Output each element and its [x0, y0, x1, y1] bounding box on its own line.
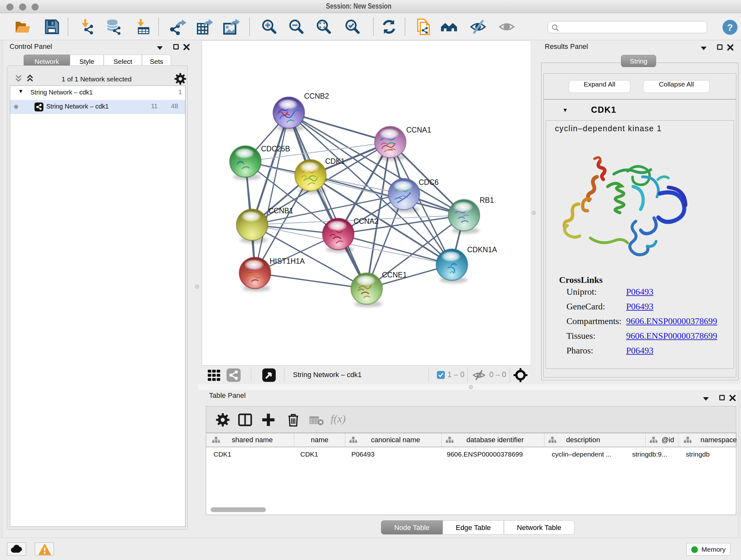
svg-text:HIST1H1A: HIST1H1A — [270, 257, 305, 265]
svg-text:RB1: RB1 — [480, 196, 494, 204]
svg-text:CCNB1: CCNB1 — [268, 206, 293, 215]
svg-text:CCNA1: CCNA1 — [406, 126, 431, 134]
svg-text:CDC25B: CDC25B — [261, 145, 290, 153]
svg-text:CDC6: CDC6 — [419, 178, 439, 186]
svg-text:CCNA2: CCNA2 — [354, 217, 379, 226]
svg-text:CDKN1A: CDKN1A — [467, 246, 497, 254]
svg-text:CCNE1: CCNE1 — [382, 271, 407, 279]
svg-text:CCNB2: CCNB2 — [304, 92, 329, 100]
svg-text:CDK1: CDK1 — [325, 157, 345, 165]
